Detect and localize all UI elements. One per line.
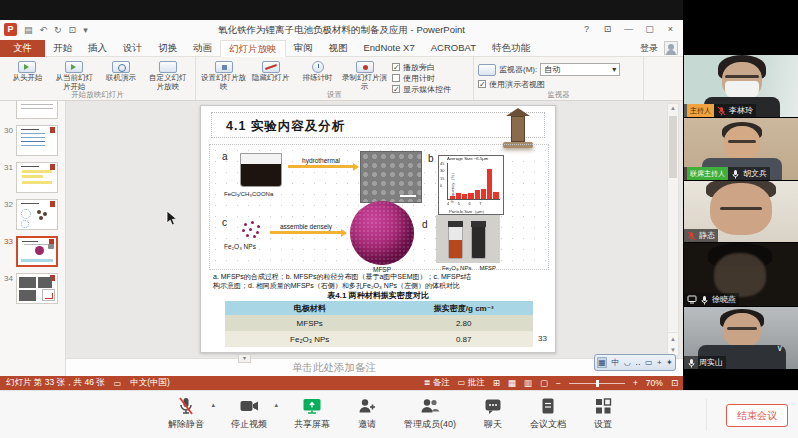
- help-button[interactable]: ?: [576, 20, 597, 39]
- custom-slideshow-button[interactable]: 自定义幻灯片放映: [145, 59, 190, 91]
- muted-mic-icon: [717, 106, 726, 116]
- tab-special[interactable]: 特色功能: [484, 40, 538, 58]
- ime-logo-icon[interactable]: ▦: [597, 357, 607, 368]
- slide-figure-area[interactable]: a FeCl₃/CH₃COONa hydrothermal b Average …: [209, 144, 549, 270]
- slide-33[interactable]: 4.1 实验内容及分析 a FeCl₃/CH₃COONa hydrotherma…: [200, 105, 556, 353]
- ribbon-display-options-button[interactable]: ⊡: [597, 20, 618, 39]
- collapse-chevron-icon[interactable]: ∨: [776, 343, 783, 353]
- slide-sorter-view-icon[interactable]: ▦: [508, 378, 516, 388]
- thumbnail-29[interactable]: [0, 101, 62, 119]
- ime-chinese-mode-icon[interactable]: 中: [611, 357, 619, 368]
- notes-pane[interactable]: ▾ 单击此处添加备注: [66, 358, 683, 376]
- notes-toggle[interactable]: 备注: [433, 377, 450, 387]
- record-slideshow-button[interactable]: 录制幻灯片演示: [342, 59, 387, 91]
- tab-endnote[interactable]: EndNote X7: [356, 40, 423, 58]
- previous-slide-button[interactable]: ▴: [668, 333, 678, 344]
- rehearse-timings-button[interactable]: 排练计时: [295, 59, 340, 91]
- previous-next-slide-buttons[interactable]: ▴▾: [667, 332, 679, 356]
- comments-icon: ▭: [458, 378, 466, 387]
- zoom-level[interactable]: 70%: [646, 378, 663, 388]
- redo-icon[interactable]: ↻: [54, 25, 62, 35]
- zoom-slider-knob[interactable]: [596, 380, 599, 387]
- thumbnail-31[interactable]: 31: [0, 162, 62, 193]
- ime-plus-icon[interactable]: +: [657, 358, 662, 367]
- tab-view[interactable]: 视图: [321, 40, 356, 58]
- from-beginning-button[interactable]: 从头开始: [5, 59, 50, 91]
- thumbnail-32[interactable]: 32: [0, 199, 62, 230]
- participant-video[interactable]: 静态: [684, 181, 798, 242]
- tab-acrobat[interactable]: ACROBAT: [423, 40, 484, 58]
- undo-icon[interactable]: ↶: [40, 25, 48, 35]
- settings-button[interactable]: 设置: [593, 396, 613, 431]
- tab-transitions[interactable]: 切换: [150, 40, 185, 58]
- ime-language-bar[interactable]: ▦ 中 ◡ ‥ ▭ + ✦: [594, 354, 676, 371]
- zoom-in-button[interactable]: +: [633, 378, 638, 388]
- tab-animations[interactable]: 动画: [185, 40, 220, 58]
- scroll-up-icon[interactable]: ▴: [671, 104, 675, 111]
- comments-toggle[interactable]: 批注: [468, 377, 485, 387]
- ime-fullwidth-icon[interactable]: ◡: [624, 358, 631, 367]
- zoom-out-button[interactable]: −: [556, 378, 561, 388]
- language-indicator[interactable]: 中文(中国): [130, 377, 170, 389]
- minimize-button[interactable]: —: [618, 20, 639, 39]
- present-online-button[interactable]: 联机演示: [99, 59, 144, 91]
- record-clock-icon: [356, 61, 374, 73]
- end-meeting-button[interactable]: 结束会议: [726, 404, 788, 427]
- meeting-docs-button[interactable]: 会议文档: [530, 396, 566, 431]
- use-timings-checkbox[interactable]: 使用计时: [392, 73, 451, 83]
- start-slideshow-icon[interactable]: ⊡: [69, 25, 77, 35]
- participant-video[interactable]: ∨ 周实山: [684, 307, 798, 369]
- thumbnail-34[interactable]: 34: [0, 273, 62, 304]
- ime-tools-icon[interactable]: ✦: [666, 358, 673, 367]
- participant-video[interactable]: 徐晓燕: [684, 243, 798, 306]
- play-narrations-checkbox[interactable]: 播放旁白: [392, 62, 451, 72]
- normal-view-icon[interactable]: ⊞: [493, 378, 500, 388]
- reading-view-icon[interactable]: ▥: [524, 378, 532, 388]
- tab-file[interactable]: 文件: [0, 40, 45, 58]
- monitor-icon: [478, 64, 496, 76]
- fit-to-window-icon[interactable]: ⊡: [671, 378, 678, 388]
- meeting-toolbar: ▴ 解除静音 ▴ 停止视频 共享屏幕 邀请 管理成员(40): [0, 390, 798, 438]
- stop-video-button[interactable]: ▴ 停止视频: [231, 396, 267, 431]
- setup-slideshow-button[interactable]: 设置幻灯片放映: [201, 59, 246, 91]
- manage-members-button[interactable]: 管理成员(40): [404, 396, 456, 431]
- tab-home[interactable]: 开始: [45, 40, 80, 58]
- notes-placeholder[interactable]: 单击此处添加备注: [292, 361, 376, 375]
- account-avatar-icon[interactable]: [664, 41, 678, 55]
- quick-access-toolbar: P ▤ ↶ ↻ ⊡ ▾: [4, 23, 88, 36]
- presenter-view-checkbox[interactable]: 使用演示者视图: [478, 79, 639, 89]
- hide-slide-button[interactable]: 隐藏幻灯片: [248, 59, 293, 91]
- caret-up-icon[interactable]: ▴: [211, 401, 215, 409]
- canvas-scrollbar[interactable]: ▴: [667, 103, 679, 338]
- tab-insert[interactable]: 插入: [80, 40, 115, 58]
- thumbnail-30[interactable]: 30: [0, 125, 62, 156]
- participant-video[interactable]: 联席主持人 胡文兵: [684, 118, 798, 180]
- customize-qat-icon[interactable]: ▾: [83, 25, 88, 35]
- thumbnail-33-selected[interactable]: 33: [0, 236, 62, 267]
- close-button[interactable]: ×: [660, 20, 681, 39]
- tab-review[interactable]: 审阅: [286, 40, 321, 58]
- scrollbar-thumb[interactable]: [669, 116, 677, 178]
- monitor-dropdown[interactable]: 自动▾: [540, 63, 620, 76]
- sign-in-link[interactable]: 登录: [640, 40, 658, 56]
- slideshow-view-icon[interactable]: ▢: [540, 378, 548, 388]
- tab-design[interactable]: 设计: [115, 40, 150, 58]
- caret-up-icon[interactable]: ▴: [274, 401, 278, 409]
- invite-button[interactable]: 邀请: [357, 396, 377, 431]
- zoom-slider[interactable]: [569, 383, 625, 384]
- checkbox-icon: [392, 74, 400, 82]
- notes-splitter-button[interactable]: ▾: [238, 354, 251, 363]
- editing-canvas[interactable]: 4.1 实验内容及分析 a FeCl₃/CH₃COONa hydrotherma…: [66, 101, 683, 358]
- panel-b-tag: b: [428, 153, 434, 164]
- save-icon[interactable]: ▤: [24, 25, 33, 35]
- ime-keyboard-icon[interactable]: ▭: [645, 358, 653, 367]
- tab-slideshow[interactable]: 幻灯片放映: [220, 40, 286, 58]
- ime-punctuation-icon[interactable]: ‥: [635, 358, 640, 367]
- share-screen-button[interactable]: 共享屏幕: [294, 396, 330, 431]
- unmute-button[interactable]: ▴ 解除静音: [168, 396, 204, 431]
- from-current-slide-button[interactable]: 从当前幻灯片开始: [52, 59, 97, 91]
- participant-video[interactable]: 主持人 李林玲: [684, 55, 798, 117]
- maximize-button[interactable]: ▢: [639, 20, 660, 39]
- muted-mic-icon: [687, 231, 696, 241]
- chat-button[interactable]: 聊天: [483, 396, 503, 431]
